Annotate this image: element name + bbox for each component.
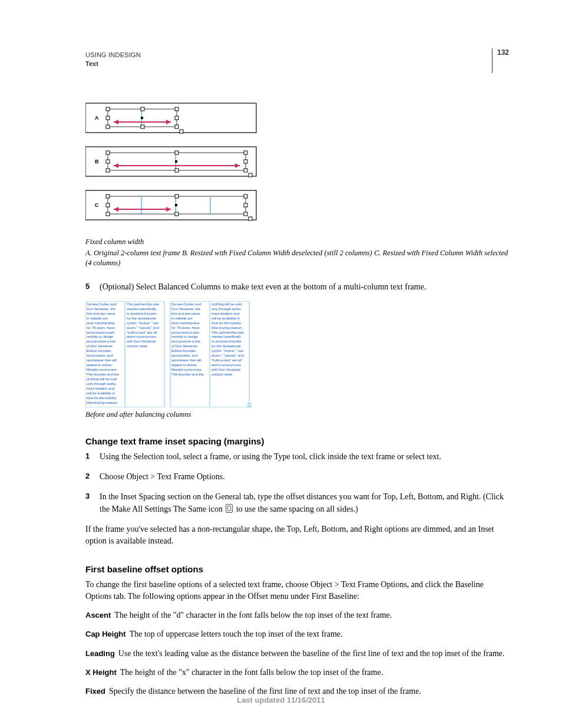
svg-rect-7 [106,125,110,129]
figure-balance-caption: Before and after balancing columns [85,410,509,420]
page-header: USING INDESIGN Text 132 [85,51,509,73]
defn-text: Specify the distance between the baselin… [109,687,421,696]
page: USING INDESIGN Text 132 [0,0,562,728]
balance-col-1: Sonata Cycles and Dos Ventanas, the firs… [87,302,123,406]
svg-rect-44 [106,203,110,207]
svg-rect-45 [244,203,247,207]
page-footer: Last updated 11/16/2011 [0,696,562,704]
step-text: In the Inset Spacing section on the Gene… [100,491,509,515]
svg-rect-38 [106,195,110,198]
svg-rect-39 [175,195,178,198]
svg-rect-43 [244,212,247,216]
figure-label-c: C [95,202,99,208]
svg-rect-26 [106,160,110,163]
figure-caption-legend: A. Original 2-column text frame B. Resiz… [85,248,509,268]
svg-rect-37 [175,204,177,206]
svg-rect-22 [244,151,247,154]
legend-c-label: C. [374,249,381,257]
svg-rect-54 [248,404,251,407]
svg-rect-23 [106,169,110,172]
svg-marker-49 [166,207,171,212]
svg-rect-12 [180,130,183,133]
step-5: 5 (Optional) Select Balanced Columns to … [85,281,509,293]
inset-step-3: 3 In the Inset Spacing section on the Ge… [85,491,509,515]
svg-rect-20 [106,151,110,154]
svg-marker-30 [114,163,118,168]
svg-marker-31 [235,163,240,168]
svg-rect-9 [175,125,178,129]
svg-rect-40 [244,195,247,198]
legend-b-text: Resized with Fixed Column Width deselect… [189,249,374,257]
header-left: USING INDESIGN Text [85,51,141,69]
svg-rect-3 [141,117,143,119]
defn-text: The height of the "d" character in the f… [114,611,392,620]
defn-term: Ascent [85,611,114,620]
defn-text: The top of uppercase letters touch the t… [130,630,343,638]
svg-rect-28 [249,173,252,177]
svg-rect-21 [175,151,178,154]
svg-rect-24 [175,169,178,172]
svg-rect-0 [85,103,256,133]
defn-text: The height of the "x" character in the f… [120,668,383,677]
defn-term: Cap Height [85,630,130,638]
step-text: Using the Selection tool, select a frame… [100,451,509,463]
step-text: Choose Object > Text Frame Options. [100,471,509,483]
figure-balance-columns: Sonata Cycles and Dos Ventanas, the firs… [85,301,252,407]
balance-col-4: clothing will be sold only through autho… [211,302,248,406]
inset-paragraph: If the frame you've selected has a non-r… [85,523,509,548]
step-text: (Optional) Select Balanced Columns to ma… [100,281,509,293]
step-number: 1 [85,451,94,463]
svg-marker-15 [166,120,171,124]
defn-leading: LeadingUse the text's leading value as t… [85,648,509,660]
inset-step-1: 1 Using the Selection tool, select a fra… [85,451,509,463]
baseline-intro: To change the first baseline options of … [85,579,509,603]
svg-rect-25 [244,169,247,172]
step-text-after: to use the same spacing on all sides.) [234,505,358,513]
defn-xheight: X HeightThe height of the "x" character … [85,667,509,678]
figure-caption-title: Fixed column width [85,237,509,247]
heading-first-baseline: First baseline offset options [85,564,509,574]
header-section: Text [85,60,141,68]
svg-rect-46 [249,217,252,220]
svg-rect-41 [106,212,110,216]
svg-rect-4 [106,107,110,111]
svg-rect-8 [141,125,144,129]
defn-term: X Height [85,668,120,677]
step-number: 5 [85,281,94,293]
defn-text: Use the text's leading value as the dist… [118,649,505,658]
svg-rect-27 [244,160,247,163]
step-number: 3 [85,491,94,515]
svg-rect-16 [85,147,256,176]
svg-marker-48 [114,207,118,212]
defn-term: Leading [85,649,118,658]
link-icon [226,504,233,513]
figure-column-width: A [85,103,509,233]
svg-rect-5 [141,107,144,111]
defn-term: Fixed [85,687,109,696]
legend-a-text: Original 2-column text frame [92,249,182,257]
legend-a-label: A. [85,249,92,257]
figure-label-a: A [95,115,99,121]
balance-col-3: Sonata Cycles and Dos Ventanas, the firs… [171,302,208,406]
balance-col-2: This partnership was created specificall… [127,302,163,406]
figure-label-b: B [95,159,99,164]
svg-rect-11 [175,116,178,120]
svg-rect-10 [106,116,110,120]
legend-b-label: B. [182,249,189,257]
svg-rect-42 [175,212,178,216]
defn-capheight: Cap HeightThe top of uppercase letters t… [85,628,509,640]
svg-marker-14 [114,120,118,124]
svg-rect-32 [85,190,256,220]
header-title: USING INDESIGN [85,51,141,60]
svg-rect-19 [175,160,177,163]
defn-ascent: AscentThe height of the "d" character in… [85,610,509,621]
step-number: 2 [85,471,94,483]
svg-rect-6 [175,107,178,111]
inset-step-2: 2 Choose Object > Text Frame Options. [85,471,509,483]
heading-inset-spacing: Change text frame inset spacing (margins… [85,436,509,446]
page-number: 132 [492,48,509,73]
